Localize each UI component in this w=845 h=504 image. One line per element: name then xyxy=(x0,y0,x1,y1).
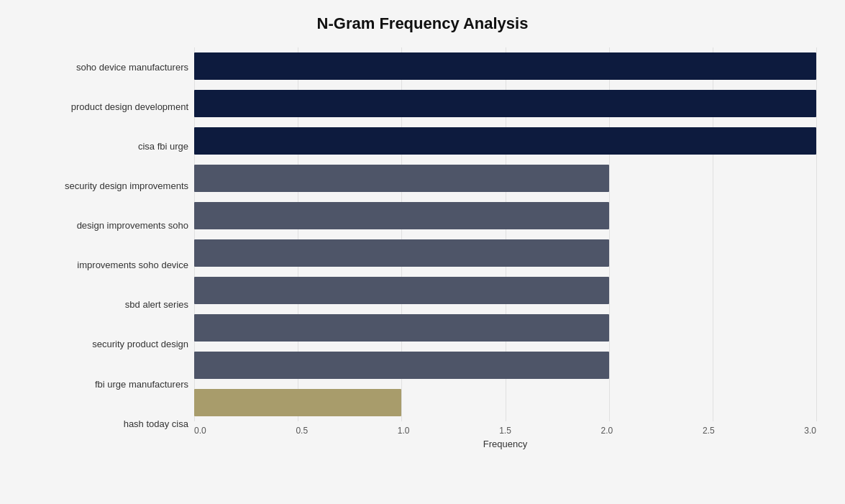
x-tick: 3.0 xyxy=(804,426,816,436)
bar xyxy=(194,165,609,192)
y-axis-labels: soho device manufacturersproduct design … xyxy=(29,47,194,444)
bar-row xyxy=(194,234,816,272)
chart-container: N-Gram Frequency Analysis soho device ma… xyxy=(0,0,845,504)
y-label: security design improvements xyxy=(29,166,188,206)
bar-row xyxy=(194,197,816,234)
x-tick: 0.0 xyxy=(194,426,206,436)
x-tick: 0.5 xyxy=(296,426,308,436)
y-label: sbd alert series xyxy=(29,285,188,325)
y-label: hash today cisa xyxy=(29,404,188,444)
bar xyxy=(194,389,401,416)
y-label: product design development xyxy=(29,87,188,127)
grid-line xyxy=(816,47,817,421)
bar-row xyxy=(194,384,816,421)
bar xyxy=(194,90,816,117)
bar-row xyxy=(194,272,816,309)
y-label: security product design xyxy=(29,325,188,365)
x-tick: 1.5 xyxy=(499,426,511,436)
bar-row xyxy=(194,47,816,85)
bar-row xyxy=(194,160,816,197)
bar-row xyxy=(194,347,816,384)
bar xyxy=(194,239,609,267)
x-tick: 2.0 xyxy=(601,426,613,436)
chart-title: N-Gram Frequency Analysis xyxy=(29,14,816,33)
bar xyxy=(194,352,609,379)
bar xyxy=(194,127,816,155)
bars-area xyxy=(194,47,816,421)
bar xyxy=(194,277,609,304)
chart-area: soho device manufacturersproduct design … xyxy=(29,47,816,444)
x-axis: 0.00.51.01.52.02.53.0 xyxy=(194,421,816,436)
x-tick: 2.5 xyxy=(703,426,715,436)
x-axis-label: Frequency xyxy=(194,439,816,449)
bar-row xyxy=(194,309,816,347)
y-label: cisa fbi urge xyxy=(29,127,188,166)
bar-row xyxy=(194,85,816,122)
y-label: soho device manufacturers xyxy=(29,47,188,87)
bar xyxy=(194,202,609,229)
y-label: fbi urge manufacturers xyxy=(29,365,188,404)
bar xyxy=(194,52,816,80)
y-label: improvements soho device xyxy=(29,245,188,285)
y-label: design improvements soho xyxy=(29,206,188,245)
bar-row xyxy=(194,122,816,160)
x-tick: 1.0 xyxy=(398,426,410,436)
bars-section: 0.00.51.01.52.02.53.0 Frequency xyxy=(194,47,816,444)
bar xyxy=(194,314,609,342)
